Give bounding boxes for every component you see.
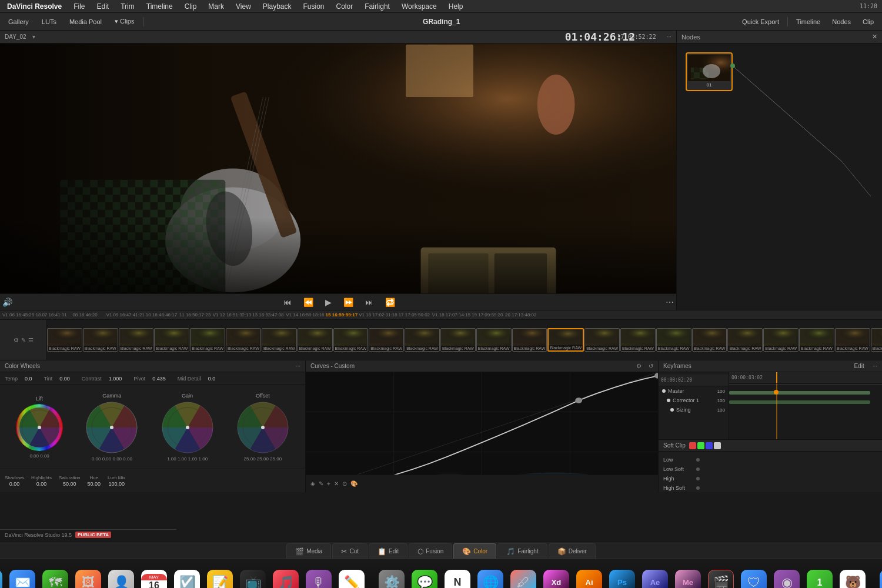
curves-tool-color[interactable]: 🎨 [350,480,358,487]
param-pivot-val[interactable]: 0.435 [152,376,166,382]
soft-clip-btn-red[interactable] [689,442,696,449]
dock-contacts[interactable]: 👤 [106,567,136,589]
param-lummix-val[interactable]: 100.00 [108,481,125,487]
toolbar-clip-btn[interactable]: Clip [859,17,877,26]
ctrl-prev-frame[interactable]: ⏪ [301,296,316,308]
toolbar-media-pool[interactable]: Media Pool [66,17,105,26]
clip-03[interactable]: 03 Blackmagic RAW [119,328,154,352]
ctrl-play[interactable]: ▶ [323,296,334,308]
clip-17[interactable]: 17 Blackmagic RAW [620,328,656,352]
curves-canvas[interactable]: ◈ ✎ ⌖ ✕ ⊙ 🎨 [306,372,658,492]
kf-options[interactable]: ··· [873,363,877,369]
tab-color[interactable]: 🎨 Color [453,543,496,559]
dock-podcasts[interactable]: 🎙 [303,567,334,589]
curves-tool-4[interactable]: ✕ [334,480,339,487]
dock-maps[interactable]: 🗺 [40,567,71,589]
tl-ctrl-3[interactable]: ☰ [28,337,34,343]
soft-clip-btn-white[interactable] [714,442,721,449]
menu-view[interactable]: View [233,2,253,11]
soft-clip-btn-green[interactable] [697,442,704,449]
dock-tv[interactable]: 📺 [238,567,268,589]
clip-18[interactable]: 18 Blackmagic RAW [656,328,691,352]
toolbar-clips[interactable]: ▾ Clips [111,16,138,26]
menu-workspace[interactable]: Workspace [399,2,439,11]
clip-19[interactable]: 19 Blackmagic RAW [692,328,727,352]
ctrl-next-frame[interactable]: ⏩ [341,296,356,308]
curves-tool-3[interactable]: ⌖ [327,480,330,487]
viewer-more[interactable]: ··· [667,34,671,40]
tab-cut[interactable]: ✂ Cut [332,543,368,559]
toolbar-gallery[interactable]: Gallery [5,17,32,26]
sc-highsoft-dot[interactable] [696,486,700,490]
dock-safari[interactable]: 🧭 [0,567,5,589]
dock-sysprefs[interactable]: ⚙️ [376,567,407,589]
dock-notes[interactable]: 📝 [205,567,235,589]
dock-davinci[interactable]: 🎬 [706,567,736,589]
tl-ctrl-2[interactable]: ✎ [21,337,26,343]
tab-fairlight[interactable]: 🎵 Fairlight [497,543,547,559]
dock-freeform[interactable]: ✏️ [336,567,367,589]
wheel-lift[interactable] [16,404,63,451]
ctrl-more[interactable]: ⋯ [663,296,676,308]
clip-15[interactable]: 15 Blackmagic RAW [547,328,584,352]
param-shadows-val[interactable]: 0.00 [9,481,20,487]
dock-setapp[interactable]: ◉ [771,567,802,589]
dock-me[interactable]: Me [673,567,703,589]
clip-20[interactable]: 20 Blackmagic RAW [727,328,763,352]
param-temp-val[interactable]: 0.0 [25,376,32,382]
dock-browser2[interactable]: 🌐 [475,567,506,589]
clip-07[interactable]: 07 Blackmagic RAW [262,328,297,352]
tab-fusion[interactable]: ⬡ Fusion [409,543,452,559]
wheel-offset[interactable] [236,401,289,454]
curves-tool-2[interactable]: ✎ [319,480,323,487]
menu-playback[interactable]: Playback [260,2,294,11]
clip-11[interactable]: 11 Blackmagic RAW [405,328,440,352]
param-saturation-val[interactable]: 50.00 [63,481,76,487]
dock-search[interactable]: 🔍 [877,567,882,589]
ctrl-skip-end[interactable]: ⏭ [363,296,376,308]
tab-media[interactable]: 🎬 Media [286,543,331,559]
wheel-gain[interactable] [161,401,214,454]
menu-edit[interactable]: Edit [95,2,112,11]
dock-mail[interactable]: ✉️ [7,567,38,589]
dock-bear[interactable]: 🐻 [837,567,868,589]
dock-notion[interactable]: N [442,567,473,589]
color-panel-options[interactable]: ··· [296,363,300,369]
curves-reset[interactable]: ↺ [649,363,653,369]
menu-color[interactable]: Color [334,2,356,11]
ctrl-loop[interactable]: 🔁 [383,296,397,308]
menu-clip[interactable]: Clip [182,2,199,11]
clip-21[interactable]: 21 Blackmagic RAW [763,328,799,352]
menu-fusion[interactable]: Fusion [301,2,327,11]
dock-numbers[interactable]: 1 [804,567,835,589]
clip-06[interactable]: 06 Blackmagic RAW [226,328,261,352]
toolbar-nodes-btn[interactable]: Nodes [828,17,854,26]
clip-13[interactable]: 13 Blackmagic RAW [476,328,512,352]
dock-cleanmymac[interactable]: 🛡 [739,567,769,589]
soft-clip-btn-blue[interactable] [706,442,713,449]
curves-tool-1[interactable]: ◈ [310,480,315,487]
toolbar-quick-export[interactable]: Quick Export [739,17,783,26]
clip-12[interactable]: 12 Blackmagic RAW [440,328,476,352]
node-item-1[interactable]: 01 [686,52,733,91]
tab-edit[interactable]: 📋 Edit [369,543,407,559]
dock-xd[interactable]: Xd [541,567,572,589]
sc-lowsoft-dot[interactable] [696,467,700,471]
dock-messages[interactable]: 💬 [409,567,440,589]
dock-reminders[interactable]: ☑️ [172,567,202,589]
tl-ctrl-1[interactable]: ⚙ [14,337,19,343]
menu-davinci[interactable]: DaVinci Resolve [5,2,64,11]
wheel-gamma[interactable] [85,401,138,454]
dock-music[interactable]: 🎵 [270,567,301,589]
dock-ae[interactable]: Ae [640,567,670,589]
menu-file[interactable]: File [71,2,87,11]
dock-calendar[interactable]: MAY 16 [139,567,169,589]
curves-options[interactable]: ⚙ [636,363,642,369]
param-middetail-val[interactable]: 0.0 [208,376,216,382]
clip-05[interactable]: 05 Blackmagic RAW [190,328,225,352]
sc-low-dot[interactable] [696,458,700,462]
node-panel-close[interactable]: ✕ [872,33,877,41]
dock-figma[interactable]: 🖊 [508,567,539,589]
ctrl-skip-start[interactable]: ⏮ [281,296,294,308]
menu-fairlight[interactable]: Fairlight [362,2,392,11]
